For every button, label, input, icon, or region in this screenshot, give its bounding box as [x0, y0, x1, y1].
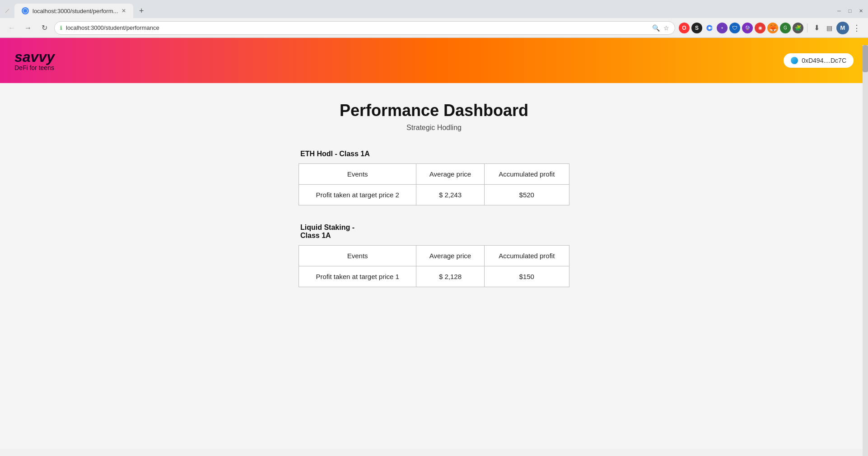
- minimize-button[interactable]: ─: [835, 7, 843, 14]
- eth-hodl-event: Profit taken at target price 2: [299, 185, 416, 205]
- download-icon[interactable]: ⬇: [811, 23, 822, 33]
- search-icon: 🔍: [652, 24, 660, 32]
- reload-button[interactable]: ↻: [38, 22, 51, 34]
- ext-google[interactable]: [704, 23, 715, 33]
- wallet-dot-icon: [791, 57, 798, 64]
- back-button[interactable]: ←: [5, 22, 18, 34]
- svg-point-3: [708, 27, 710, 29]
- ext-opera[interactable]: O: [679, 23, 690, 33]
- wallet-address: 0xD494....Dc7C: [802, 57, 846, 64]
- divider: [807, 23, 807, 33]
- col-avg-price-header: Average price: [416, 246, 484, 266]
- tab-title: localhost:3000/student/perform...: [33, 8, 118, 14]
- ext-green[interactable]: G: [780, 23, 791, 33]
- extensions-area: O S ▪ 🛡 🔮 ◉ 🦊 G 🧩 ⬇ ▤ M ⋮: [679, 22, 863, 34]
- browser-controls: [4, 7, 11, 14]
- ext-dark[interactable]: ▪: [717, 23, 728, 33]
- col-events-header: Events: [299, 164, 416, 185]
- ext-fox[interactable]: 🦊: [767, 23, 778, 33]
- wallet-button[interactable]: 0xD494....Dc7C: [784, 53, 854, 68]
- browser-toolbar: ← → ↻ ℹ localhost:3000/student/performan…: [0, 18, 868, 38]
- eth-hodl-avg-price: $ 2,243: [416, 185, 484, 205]
- profile-circle[interactable]: [4, 7, 11, 14]
- table-row: Profit taken at target price 1 $ 2,128 $…: [299, 266, 569, 287]
- liquid-staking-section: Liquid Staking -Class 1A Events Average …: [299, 223, 569, 287]
- main-content: Performance Dashboard Strategic Hodling …: [0, 83, 868, 449]
- eth-hodl-acc-profit: $520: [484, 185, 569, 205]
- ext-purple[interactable]: 🔮: [742, 23, 753, 33]
- svg-point-1: [23, 9, 28, 13]
- ext-shield[interactable]: 🛡: [729, 23, 740, 33]
- url-text: localhost:3000/student/performance: [66, 24, 649, 31]
- maximize-button[interactable]: □: [846, 7, 854, 14]
- new-tab-button[interactable]: +: [135, 5, 148, 17]
- logo-area: savvy DeFi for teens: [14, 50, 55, 71]
- liquid-staking-table: Events Average price Accumulated profit …: [299, 245, 569, 287]
- scrollbar[interactable]: [863, 45, 868, 456]
- liquid-staking-avg-price: $ 2,128: [416, 266, 484, 287]
- col-acc-profit-header: Accumulated profit: [484, 164, 569, 185]
- page-title: Performance Dashboard: [9, 101, 859, 120]
- browser-chrome: localhost:3000/student/perform... ✕ + ─ …: [0, 0, 868, 38]
- eth-hodl-table: Events Average price Accumulated profit …: [299, 163, 569, 205]
- window-controls: ─ □ ✕: [835, 7, 864, 14]
- liquid-staking-acc-profit: $150: [484, 266, 569, 287]
- forward-button[interactable]: →: [22, 22, 34, 34]
- tab-close-button[interactable]: ✕: [121, 8, 126, 14]
- bookmark-icon: ☆: [663, 24, 669, 32]
- ext-puzzle[interactable]: 🧩: [793, 23, 803, 33]
- eth-hodl-title: ETH Hodl - Class 1A: [299, 150, 569, 158]
- security-icon: ℹ: [60, 25, 62, 31]
- tab-bar: localhost:3000/student/perform... ✕ + ─ …: [0, 0, 868, 18]
- app-header: savvy DeFi for teens 0xD494....Dc7C: [0, 38, 868, 83]
- tab-favicon: [22, 7, 29, 14]
- logo-text: savvy: [14, 50, 55, 64]
- table-row: Profit taken at target price 2 $ 2,243 $…: [299, 185, 569, 205]
- liquid-staking-event: Profit taken at target price 1: [299, 266, 416, 287]
- logo-tagline: DeFi for teens: [14, 64, 55, 71]
- table-header-row: Events Average price Accumulated profit: [299, 246, 569, 266]
- scrollbar-thumb[interactable]: [863, 45, 868, 72]
- profile-button[interactable]: M: [836, 22, 849, 34]
- col-avg-price-header: Average price: [416, 164, 484, 185]
- menu-button[interactable]: ⋮: [851, 22, 863, 34]
- table-header-row: Events Average price Accumulated profit: [299, 164, 569, 185]
- eth-hodl-section: ETH Hodl - Class 1A Events Average price…: [299, 150, 569, 205]
- close-button[interactable]: ✕: [857, 7, 864, 14]
- col-events-header: Events: [299, 246, 416, 266]
- liquid-staking-title: Liquid Staking -Class 1A: [299, 223, 569, 240]
- active-tab[interactable]: localhost:3000/student/perform... ✕: [14, 4, 133, 18]
- ext-s[interactable]: S: [691, 23, 702, 33]
- page-subtitle: Strategic Hodling: [9, 124, 859, 132]
- sidebar-icon[interactable]: ▤: [824, 23, 835, 33]
- address-bar[interactable]: ℹ localhost:3000/student/performance 🔍 ☆: [54, 21, 675, 35]
- col-acc-profit-header: Accumulated profit: [484, 246, 569, 266]
- ext-red-circle[interactable]: ◉: [755, 23, 765, 33]
